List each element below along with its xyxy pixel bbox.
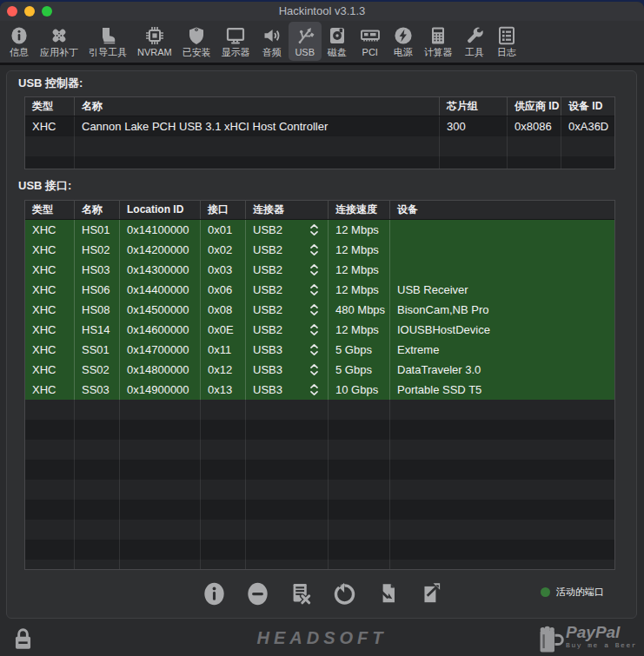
table-cell: HS03 (75, 260, 120, 280)
port-row[interactable]: XHCHS060x144000000x06USB212 MbpsUSB Rece… (25, 280, 615, 300)
port-row[interactable]: XHCHS140x146000000x0EUSB212 MbpsIOUSBHos… (25, 320, 615, 340)
port-row[interactable]: XHCSS030x149000000x13USB310 GbpsPortable… (25, 380, 615, 400)
toolbar-item-boot[interactable]: 引导工具 (83, 22, 132, 61)
minimize-button[interactable] (24, 6, 35, 17)
info-circle-icon (202, 581, 226, 609)
window-title: Hackintool v3.1.3 (0, 2, 644, 21)
table-cell (246, 500, 329, 520)
table-cell: IOUSBHostDevice (390, 320, 615, 340)
table-cell: Cannon Lake PCH USB 3.1 xHCI Host Contro… (75, 116, 440, 136)
table-cell: 0x0E (201, 320, 246, 340)
info-button[interactable] (202, 582, 226, 608)
toolbar-item-nvram[interactable]: NVRAM (132, 22, 177, 61)
toolbar-item-power[interactable]: 电源 (388, 22, 419, 61)
toolbar-item-display[interactable]: 显示器 (216, 22, 256, 61)
empty-row (25, 460, 615, 480)
toolbar-item-installed[interactable]: 已安装 (177, 22, 216, 61)
connector-select[interactable]: USB3 (246, 380, 329, 400)
connector-select[interactable]: USB2 (246, 240, 329, 260)
table-cell (120, 460, 201, 480)
toolbar-item-label: 信息 (10, 47, 29, 58)
paypal-label: PayPal (566, 623, 637, 641)
paypal-donate-button[interactable]: PayPal Buy me a Beer (538, 623, 637, 656)
calculator-icon (428, 23, 448, 47)
table-cell (329, 520, 390, 540)
boot-icon (97, 23, 118, 47)
connector-select[interactable]: USB2 (246, 260, 329, 280)
table-cell: 10 Gbps (329, 380, 390, 400)
toolbar-item-log[interactable]: 日志 (491, 22, 522, 61)
connector-select[interactable]: USB2 (246, 300, 329, 320)
toolbar-item-disk[interactable]: 磁盘 (322, 22, 353, 61)
column-header: 类型 (25, 97, 75, 116)
toolbar-item-calculator[interactable]: 计算器 (419, 22, 458, 61)
empty-row (25, 500, 615, 520)
table-cell (120, 560, 201, 570)
close-button[interactable] (7, 6, 17, 17)
connector-select[interactable]: USB3 (246, 360, 329, 380)
column-header: 供应商 ID (508, 97, 561, 116)
table-cell (25, 460, 75, 480)
port-row[interactable]: XHCHS080x145000000x08USB2480 MbpsBisonCa… (25, 300, 615, 320)
controller-row[interactable]: XHCCannon Lake PCH USB 3.1 xHCI Host Con… (25, 116, 615, 136)
port-row[interactable]: XHCSS010x147000000x11USB35 GbpsExtreme (25, 340, 615, 360)
usb-icon (294, 23, 316, 47)
table-cell (120, 440, 201, 460)
table-cell (120, 540, 201, 560)
controllers-section-title: USB 控制器: (18, 76, 83, 91)
connector-select[interactable]: USB2 (246, 220, 329, 240)
table-cell (75, 500, 120, 520)
empty-row (25, 540, 615, 560)
toolbar-item-label: 磁盘 (328, 47, 347, 58)
port-row[interactable]: XHCSS020x148000000x12USB35 GbpsDataTrave… (25, 360, 615, 380)
table-cell (201, 480, 246, 500)
port-row[interactable]: XHCHS030x143000000x03USB212 Mbps (25, 260, 615, 280)
table-cell (440, 136, 508, 156)
toolbar-item-usb[interactable]: USB (289, 22, 322, 61)
table-cell: HS02 (75, 240, 120, 260)
table-cell: 0x14600000 (120, 320, 201, 340)
toolbar-item-info[interactable]: 信息 (3, 22, 35, 61)
empty-row (25, 420, 615, 440)
table-cell (75, 540, 120, 560)
table-cell: XHC (25, 280, 75, 300)
remove-button[interactable] (245, 582, 269, 608)
table-cell (390, 540, 615, 560)
active-port-indicator (541, 587, 550, 597)
table-cell: BisonCam,NB Pro (390, 300, 615, 320)
toolbar-item-label: 工具 (465, 47, 484, 58)
content-area: USB 控制器: 类型名称芯片组供应商 ID设备 IDXHCCannon Lak… (0, 65, 644, 620)
table-cell: 0x03 (201, 260, 246, 280)
export-button[interactable] (375, 582, 400, 608)
column-header: 芯片组 (440, 97, 508, 116)
table-cell (120, 400, 201, 420)
stepper-chevrons-icon (309, 263, 320, 276)
table-cell (329, 440, 390, 460)
toolbar-item-pci[interactable]: PCI (353, 22, 388, 61)
stepper-chevrons-icon (309, 223, 320, 236)
clear-button[interactable] (289, 582, 313, 608)
toolbar-item-patches[interactable]: 应用补丁 (35, 22, 83, 61)
toolbar-item-tools[interactable]: 工具 (458, 22, 491, 61)
toolbar-item-audio[interactable]: 音频 (256, 22, 289, 61)
connector-select[interactable]: USB3 (246, 340, 329, 360)
table-cell: XHC (25, 340, 75, 360)
table-cell (25, 500, 75, 520)
table-cell: XHC (25, 300, 75, 320)
port-row[interactable]: XHCHS010x141000000x01USB212 Mbps (25, 220, 615, 240)
connector-select[interactable]: USB2 (246, 280, 329, 300)
empty-row (25, 520, 615, 540)
stepper-chevrons-icon (309, 303, 320, 316)
share-button[interactable] (419, 582, 443, 608)
table-cell: 12 Mbps (329, 220, 390, 240)
port-row[interactable]: XHCHS020x142000000x02USB212 Mbps (25, 240, 615, 260)
table-cell (390, 420, 615, 440)
table-cell: DataTraveler 3.0 (390, 360, 615, 380)
table-cell (390, 400, 615, 420)
connector-select[interactable]: USB2 (246, 320, 329, 340)
table-cell (390, 460, 615, 480)
empty-row (25, 400, 615, 420)
zoom-button[interactable] (42, 6, 52, 17)
refresh-button[interactable] (332, 582, 356, 608)
table-cell: HS01 (75, 220, 120, 240)
